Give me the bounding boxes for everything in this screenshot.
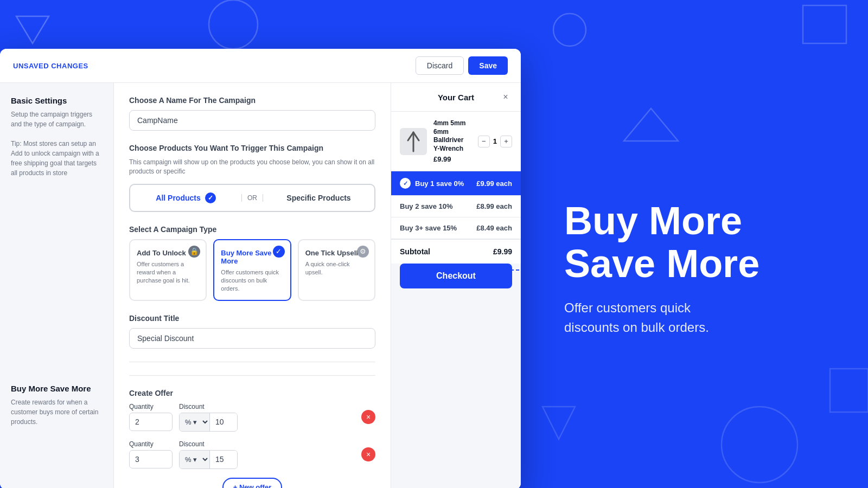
tier-1-check: ✓ xyxy=(400,178,411,189)
sidebar-basic-settings-title: Basic Settings xyxy=(11,96,103,105)
tier-1-price: £9.99 each xyxy=(476,179,512,188)
cart-title: Your Cart xyxy=(413,93,499,102)
offer-2-quantity-label: Quantity xyxy=(129,440,173,448)
dashed-arrow-svg xyxy=(489,254,521,324)
tier-2-label: Buy 2 save 10% xyxy=(400,202,453,210)
campaign-card-buy-more[interactable]: ✓ Buy More Save More Offer customers qui… xyxy=(213,239,291,301)
sidebar-buy-more-title: Buy More Save More xyxy=(11,384,103,393)
discount-title-label: Discount Title xyxy=(129,314,375,323)
qty-increase-button[interactable]: + xyxy=(500,136,512,147)
sidebar-basic-settings-desc: Setup the campaign triggers and the type… xyxy=(11,110,103,178)
or-divider: OR xyxy=(241,194,263,202)
unsaved-changes-bar: UNSAVED CHANGES Discard Save xyxy=(0,49,521,83)
offer-2-discount-input-group: % ▾ xyxy=(179,450,238,469)
separator xyxy=(129,362,375,362)
campaign-type-label: Select A Campaign Type xyxy=(129,225,375,234)
offer-2-discount-type[interactable]: % ▾ xyxy=(180,451,210,468)
campaign-name-input[interactable] xyxy=(129,110,375,131)
discard-button[interactable]: Discard xyxy=(416,56,464,75)
tier-3-label: Buy 3+ save 15% xyxy=(400,224,457,232)
offer-2-discount-label: Discount xyxy=(179,440,238,448)
offer-1-discount-label: Discount xyxy=(179,403,238,410)
svg-marker-0 xyxy=(16,16,49,43)
offer-1-discount-value[interactable] xyxy=(210,413,237,431)
tier-row-1[interactable]: ✓ Buy 1 save 0% £9.99 each xyxy=(391,171,521,196)
all-products-option[interactable]: All Products ✓ xyxy=(130,185,241,211)
offer-1-quantity-label: Quantity xyxy=(129,403,173,410)
qty-decrease-button[interactable]: − xyxy=(478,136,490,147)
hero-title: Buy MoreSave More xyxy=(564,200,825,285)
products-label: Choose Products You Want To Trigger This… xyxy=(129,144,375,152)
offer-1-discount-input-group: % ▾ xyxy=(179,413,238,432)
cart-product: 4mm 5mm 6mm Balldriver Y-Wrench £9.99 − … xyxy=(391,112,521,171)
gear-icon: ⚙ xyxy=(357,246,369,258)
offer-2-discount-group: Discount % ▾ xyxy=(179,440,238,469)
campaign-types: 🔒 Add To Unlock Offer customers a reward… xyxy=(129,239,375,301)
all-products-label: All Products xyxy=(156,194,200,202)
specific-products-option[interactable]: Specific Products xyxy=(263,186,374,210)
svg-point-3 xyxy=(553,14,586,46)
tier-3-price: £8.49 each xyxy=(476,224,512,232)
subtotal-label: Subtotal xyxy=(400,247,430,256)
svg-marker-2 xyxy=(803,5,846,43)
lock-icon: 🔒 xyxy=(188,246,200,258)
sidebar: Basic Settings Setup the campaign trigge… xyxy=(0,83,114,488)
tier-2-price: £8.99 each xyxy=(476,202,512,210)
campaign-card-one-tick[interactable]: ⚙ One Tick Upsell A quick one-click upse… xyxy=(298,239,375,301)
cart-product-name: 4mm 5mm 6mm Balldriver Y-Wrench xyxy=(433,119,471,153)
offer-row-2: Quantity Discount % ▾ × xyxy=(129,440,375,469)
hero-section: Buy MoreSave More Offer customers quickd… xyxy=(521,49,868,488)
svg-point-1 xyxy=(209,0,258,49)
create-offer-section: Create Offer Quantity Discount % ▾ xyxy=(129,375,375,488)
remove-offer-1-button[interactable]: × xyxy=(361,410,375,424)
modal-body: Basic Settings Setup the campaign trigge… xyxy=(0,83,521,488)
offer-2-quantity-input[interactable] xyxy=(129,450,173,468)
cart-header: Your Cart × xyxy=(391,83,521,112)
cart-qty-value: 1 xyxy=(493,137,497,145)
campaign-card-add-to-unlock[interactable]: 🔒 Add To Unlock Offer customers a reward… xyxy=(129,239,207,301)
all-products-check: ✓ xyxy=(205,192,216,203)
cart-qty-controls: − 1 + xyxy=(478,136,512,147)
campaign-name-label: Choose A Name For The Campaign xyxy=(129,96,375,105)
discount-tiers: ✓ Buy 1 save 0% £9.99 each Buy 2 save 10… xyxy=(391,171,521,239)
product-toggle: All Products ✓ OR Specific Products xyxy=(129,184,375,212)
offer-1-quantity-input[interactable] xyxy=(129,413,173,431)
offer-1-quantity-group: Quantity xyxy=(129,403,173,431)
buy-more-desc: Offer customers quick discounts on bulk … xyxy=(221,268,283,293)
discount-title-section: Discount Title xyxy=(129,314,375,349)
offer-2-discount-value[interactable] xyxy=(210,451,237,468)
main-content: Choose A Name For The Campaign Choose Pr… xyxy=(114,83,391,488)
modal-wrapper: UNSAVED CHANGES Discard Save Basic Setti… xyxy=(0,49,521,488)
hero-subtitle: Offer customers quickdiscounts on bulk o… xyxy=(564,298,825,337)
unsaved-actions: Discard Save xyxy=(416,56,508,75)
tier-row-3[interactable]: Buy 3+ save 15% £8.49 each xyxy=(391,217,521,239)
unsaved-changes-label: UNSAVED CHANGES xyxy=(13,62,88,70)
products-sublabel: This campaign will show up on the produc… xyxy=(129,158,375,176)
specific-products-label: Specific Products xyxy=(286,194,350,202)
tier-row-2[interactable]: Buy 2 save 10% £8.99 each xyxy=(391,196,521,217)
cart-product-price: £9.99 xyxy=(433,155,471,163)
offer-1-discount-type[interactable]: % ▾ xyxy=(180,413,210,431)
cart-product-image xyxy=(400,128,427,155)
cart-panel: Your Cart × 4mm 5mm 6mm Balldriver Y-Wre… xyxy=(391,83,521,488)
offer-1-discount-group: Discount % ▾ xyxy=(179,403,238,432)
create-offer-label: Create Offer xyxy=(129,389,375,397)
one-tick-desc: A quick one-click upsell. xyxy=(305,260,368,277)
save-button[interactable]: Save xyxy=(468,56,508,75)
tier-1-label: ✓ Buy 1 save 0% xyxy=(400,178,464,189)
new-offer-button[interactable]: + New offer xyxy=(222,478,282,488)
remove-offer-2-button[interactable]: × xyxy=(361,447,375,461)
offer-2-quantity-group: Quantity xyxy=(129,440,173,468)
cart-product-info: 4mm 5mm 6mm Balldriver Y-Wrench £9.99 xyxy=(433,119,471,163)
add-to-unlock-desc: Offer customers a reward when a purchase… xyxy=(137,260,199,285)
check-icon: ✓ xyxy=(273,246,285,258)
sidebar-buy-more-desc: Create rewards for when a customer buys … xyxy=(11,397,103,427)
discount-title-input[interactable] xyxy=(129,328,375,349)
cart-close-button[interactable]: × xyxy=(499,91,512,104)
offer-row-1: Quantity Discount % ▾ × xyxy=(129,403,375,432)
